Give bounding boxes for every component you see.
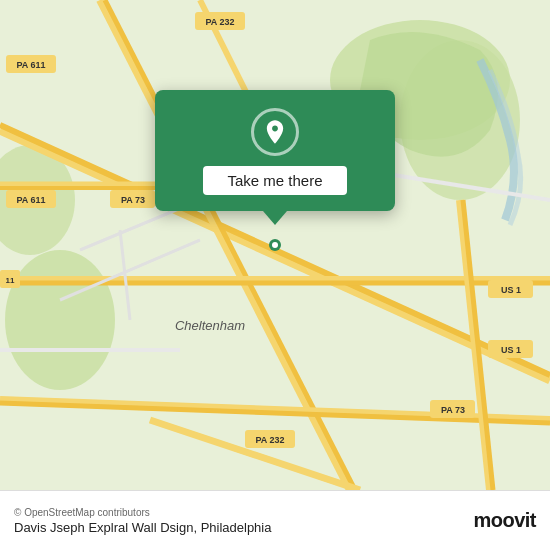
- location-popup: Take me there: [155, 90, 395, 211]
- svg-text:Cheltenham: Cheltenham: [175, 318, 245, 333]
- take-me-there-button[interactable]: Take me there: [203, 166, 346, 195]
- location-icon-wrapper: [251, 108, 299, 156]
- bottom-left-info: © OpenStreetMap contributors Davis Jseph…: [14, 507, 271, 535]
- svg-text:PA 611: PA 611: [16, 195, 45, 205]
- map-svg: PA 232 PA 611 PA 611 PA 73 US 1 US 1 PA …: [0, 0, 550, 490]
- svg-text:PA 232: PA 232: [205, 17, 234, 27]
- location-pin-icon: [261, 118, 289, 146]
- svg-text:US 1: US 1: [501, 345, 521, 355]
- moovit-logo: moovit: [473, 509, 536, 532]
- svg-text:11: 11: [6, 276, 15, 285]
- place-name: Davis Jseph Explral Wall Dsign, Philadel…: [14, 520, 271, 535]
- svg-text:US 1: US 1: [501, 285, 521, 295]
- svg-text:PA 232: PA 232: [255, 435, 284, 445]
- svg-text:PA 611: PA 611: [16, 60, 45, 70]
- attribution-text: © OpenStreetMap contributors: [14, 507, 271, 518]
- moovit-wordmark: moovit: [473, 509, 536, 532]
- svg-text:PA 73: PA 73: [121, 195, 145, 205]
- svg-point-3: [5, 250, 115, 390]
- bottom-bar: © OpenStreetMap contributors Davis Jseph…: [0, 490, 550, 550]
- map-view[interactable]: PA 232 PA 611 PA 611 PA 73 US 1 US 1 PA …: [0, 0, 550, 490]
- svg-text:PA 73: PA 73: [441, 405, 465, 415]
- svg-point-44: [272, 242, 278, 248]
